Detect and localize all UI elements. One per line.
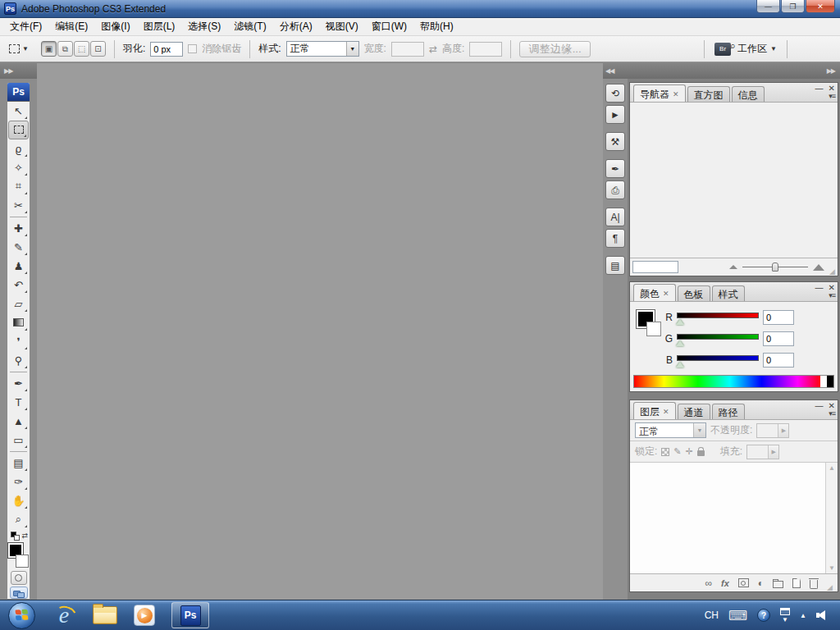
- help-icon[interactable]: ?: [757, 609, 770, 622]
- menu-help[interactable]: 帮助(H): [413, 17, 460, 36]
- close-icon[interactable]: ✕: [663, 408, 669, 416]
- tool-eyedropper[interactable]: ✑: [8, 472, 29, 491]
- restore-button[interactable]: ❐: [781, 0, 805, 13]
- tab-layers[interactable]: 图层 ✕: [633, 402, 676, 419]
- language-indicator[interactable]: CH: [705, 609, 719, 621]
- language-bar-options[interactable]: ▼: [780, 608, 790, 623]
- layers-scrollbar[interactable]: ▲ ▼: [825, 463, 838, 573]
- color-spectrum-ramp[interactable]: [633, 375, 834, 388]
- lock-pixels-icon[interactable]: ✎: [673, 446, 681, 457]
- panel-menu-icon[interactable]: ▾≡: [829, 92, 835, 100]
- slider-thumb-icon[interactable]: [676, 362, 684, 368]
- zoom-slider[interactable]: [742, 262, 808, 272]
- tool-shape[interactable]: ▭: [8, 431, 29, 450]
- menu-analysis[interactable]: 分析(A): [273, 17, 319, 36]
- tool-brush[interactable]: ✎: [8, 238, 29, 257]
- icon-dock-collapse[interactable]: ◀◀: [603, 62, 628, 79]
- panel-button-history[interactable]: ⟲: [605, 84, 625, 103]
- style-select[interactable]: 正常 ▼: [286, 41, 359, 57]
- chevron-down-icon[interactable]: ▼: [346, 42, 358, 56]
- panel-button-paragraph[interactable]: ¶: [605, 229, 625, 248]
- link-layers-icon[interactable]: ∞: [705, 578, 712, 589]
- zoom-slider-thumb[interactable]: [772, 262, 778, 272]
- tool-eraser[interactable]: ▱: [8, 294, 29, 313]
- add-layer-mask-icon[interactable]: [738, 578, 749, 587]
- menu-view[interactable]: 视图(V): [319, 17, 365, 36]
- screen-mode-button[interactable]: [10, 587, 28, 599]
- panel-button-tool-presets[interactable]: ⚒: [605, 132, 625, 151]
- zoom-in-icon[interactable]: [813, 264, 824, 271]
- channel-slider[interactable]: [677, 310, 759, 325]
- zoom-out-icon[interactable]: [729, 265, 737, 269]
- start-button[interactable]: [8, 602, 35, 629]
- tool-notes[interactable]: ▤: [8, 454, 29, 472]
- tool-dodge[interactable]: ⚲: [8, 351, 29, 370]
- antialias-checkbox[interactable]: [188, 44, 197, 53]
- panel-button-layer-comps[interactable]: ▤: [605, 256, 625, 275]
- tab-histogram[interactable]: 直方图: [687, 86, 730, 102]
- feather-input[interactable]: [150, 42, 183, 57]
- minimize-button[interactable]: —: [756, 0, 780, 13]
- menu-select[interactable]: 选择(S): [181, 17, 227, 36]
- close-button[interactable]: ✕: [806, 0, 835, 13]
- background-color-swatch[interactable]: [646, 322, 661, 336]
- titlebar[interactable]: Ps Adobe Photoshop CS3 Extended — ❐ ✕: [0, 0, 840, 18]
- tool-quick-selection[interactable]: ✧: [8, 158, 29, 177]
- tab-styles[interactable]: 样式: [712, 285, 745, 301]
- channel-value-input[interactable]: [763, 353, 794, 368]
- menu-file[interactable]: 文件(F): [3, 17, 48, 36]
- mini-background-swatch[interactable]: [14, 535, 20, 541]
- volume-icon[interactable]: [816, 610, 829, 621]
- panel-button-actions[interactable]: ►: [605, 105, 625, 124]
- tab-channels[interactable]: 通道: [678, 404, 710, 419]
- panel-button-brushes[interactable]: ✒: [605, 159, 625, 178]
- panel-button-character[interactable]: A|: [605, 208, 625, 226]
- tool-hand[interactable]: ✋: [8, 491, 29, 510]
- intersect-selection-button[interactable]: ⊡: [90, 41, 106, 57]
- add-to-selection-button[interactable]: ⧉: [57, 41, 73, 57]
- internet-explorer-button[interactable]: e: [52, 603, 76, 628]
- panel-menu-icon[interactable]: ▾≡: [829, 291, 835, 299]
- tool-gradient[interactable]: [8, 313, 29, 332]
- tab-info[interactable]: 信息: [732, 86, 765, 102]
- tool-spot-healing-brush[interactable]: ✚: [8, 219, 29, 238]
- layers-list[interactable]: ▲ ▼: [630, 463, 838, 573]
- zoom-percent-input[interactable]: [632, 261, 678, 273]
- explorer-button[interactable]: [93, 606, 117, 624]
- adjustment-layer-icon[interactable]: ◐: [758, 578, 764, 589]
- quick-mask-button[interactable]: [11, 571, 27, 585]
- photoshop-taskbar-button[interactable]: Ps: [171, 602, 209, 628]
- channel-value-input[interactable]: [763, 310, 794, 325]
- keyboard-icon[interactable]: ⌨: [728, 608, 747, 623]
- tab-color[interactable]: 颜色 ✕: [633, 284, 676, 301]
- tool-blur[interactable]: ❜: [8, 332, 29, 351]
- swap-colors-icon[interactable]: ⇄: [21, 532, 28, 540]
- channel-slider[interactable]: [677, 353, 759, 368]
- channel-slider[interactable]: [677, 331, 759, 346]
- workspace-dropdown[interactable]: 工作区 ▼: [737, 42, 777, 56]
- tool-lasso[interactable]: ϱ: [8, 139, 29, 158]
- menu-image[interactable]: 图像(I): [94, 17, 136, 36]
- tool-rectangular-marquee[interactable]: [8, 121, 29, 139]
- default-swap-colors[interactable]: ⇄: [8, 531, 29, 541]
- tab-navigator[interactable]: 导航器 ✕: [633, 84, 686, 102]
- resize-grip[interactable]: ◢: [829, 268, 835, 276]
- slider-thumb-icon[interactable]: [676, 319, 684, 325]
- new-group-icon[interactable]: [773, 581, 783, 588]
- new-selection-button[interactable]: ▣: [41, 41, 57, 57]
- channel-value-input[interactable]: [763, 331, 794, 346]
- tool-dock-collapse[interactable]: ▶▶: [0, 62, 37, 79]
- tool-clone-stamp[interactable]: ♟: [8, 257, 29, 276]
- tool-crop[interactable]: ⌗: [8, 177, 29, 196]
- panel-minimize-icon[interactable]: —: [815, 84, 824, 93]
- panel-dock-collapse[interactable]: ▶▶: [628, 62, 840, 79]
- lock-transparency-icon[interactable]: [661, 448, 669, 456]
- media-player-button[interactable]: ▶: [134, 605, 155, 626]
- lock-position-icon[interactable]: ✛: [686, 446, 693, 457]
- lock-all-icon[interactable]: [697, 450, 705, 456]
- resize-grip[interactable]: ◢: [827, 584, 833, 591]
- close-icon[interactable]: ✕: [673, 90, 679, 98]
- new-layer-icon[interactable]: [792, 578, 801, 588]
- panel-minimize-icon[interactable]: —: [815, 283, 824, 292]
- tab-paths[interactable]: 路径: [712, 404, 745, 419]
